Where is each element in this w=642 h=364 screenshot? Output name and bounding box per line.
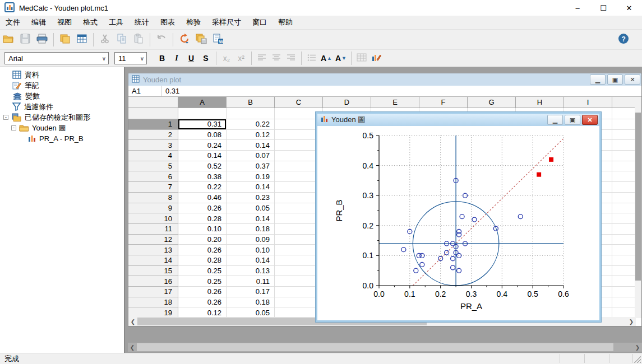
data-cell[interactable]: 0.11 bbox=[227, 276, 275, 287]
font-increase-button[interactable]: A▲ bbox=[319, 51, 334, 66]
superscript-button[interactable]: x² bbox=[234, 51, 248, 66]
empty-cell[interactable] bbox=[612, 287, 636, 297]
data-cell[interactable]: 0.26 bbox=[178, 203, 227, 214]
variable-name-cell[interactable] bbox=[227, 108, 275, 119]
open-button[interactable] bbox=[0, 32, 17, 48]
help-button[interactable]: ? bbox=[615, 31, 632, 47]
cut-button[interactable] bbox=[96, 32, 113, 48]
mdi-hscrollbar[interactable]: ❮ ❯ bbox=[128, 343, 642, 352]
save-formats-button[interactable] bbox=[193, 32, 210, 48]
data-cell[interactable]: 0.19 bbox=[227, 171, 275, 182]
empty-cell[interactable] bbox=[612, 224, 636, 235]
menu-item[interactable]: 编辑 bbox=[26, 16, 52, 29]
close-button[interactable]: ✕ bbox=[616, 0, 642, 16]
maximize-button[interactable]: ☐ bbox=[590, 0, 616, 16]
data-cell[interactable]: 0.14 bbox=[227, 255, 275, 266]
mdi-hscroll-thumb[interactable] bbox=[137, 343, 613, 351]
data-cell[interactable]: 0.14 bbox=[178, 151, 227, 161]
column-header[interactable]: B bbox=[227, 97, 275, 108]
row-header[interactable]: 14 bbox=[128, 255, 178, 266]
empty-cell[interactable] bbox=[612, 276, 636, 287]
data-cell[interactable]: 0.26 bbox=[178, 245, 227, 255]
data-cell[interactable]: 0.23 bbox=[227, 193, 275, 203]
font-size-select[interactable]: 11 ∨ bbox=[114, 52, 147, 64]
scroll-left-icon[interactable]: ❮ bbox=[128, 343, 137, 352]
data-cell[interactable]: 0.09 bbox=[227, 235, 275, 245]
paste-button[interactable] bbox=[130, 32, 147, 48]
select-all-corner[interactable] bbox=[128, 97, 178, 108]
scroll-right-icon[interactable]: ❯ bbox=[633, 343, 642, 352]
row-header[interactable]: 6 bbox=[128, 171, 178, 182]
row-header[interactable]: 13 bbox=[128, 245, 178, 255]
align-left-button[interactable] bbox=[255, 51, 269, 66]
sidebar-item[interactable]: 資料 bbox=[3, 69, 39, 80]
sidebar-item[interactable]: 筆記 bbox=[3, 80, 39, 91]
menu-item[interactable]: 视图 bbox=[52, 16, 77, 29]
sidebar-item[interactable]: 過濾條件 bbox=[3, 101, 53, 112]
update-button[interactable] bbox=[176, 32, 193, 48]
sheet-vscroll-thumb[interactable] bbox=[635, 113, 641, 281]
data-grid-button[interactable] bbox=[73, 32, 90, 48]
align-right-button[interactable] bbox=[284, 51, 298, 66]
subscript-button[interactable]: x₂ bbox=[219, 51, 234, 66]
column-header[interactable]: F bbox=[419, 97, 468, 108]
empty-cell[interactable] bbox=[612, 161, 636, 172]
sheet-minimize-button[interactable]: ▁ bbox=[590, 74, 606, 85]
variable-name-cell[interactable] bbox=[178, 108, 227, 119]
row-header[interactable] bbox=[128, 108, 178, 119]
menu-item[interactable]: 格式 bbox=[77, 16, 103, 29]
data-cell[interactable]: 0.37 bbox=[227, 161, 275, 172]
strike-button[interactable]: S bbox=[198, 51, 213, 66]
empty-cell[interactable] bbox=[612, 140, 636, 151]
sidebar-item[interactable]: 變數 bbox=[3, 91, 40, 101]
empty-cell[interactable] bbox=[612, 203, 636, 214]
font-decrease-button[interactable]: A▼ bbox=[334, 51, 348, 66]
empty-cell[interactable] bbox=[612, 235, 636, 245]
data-cell[interactable]: 0.25 bbox=[178, 276, 227, 287]
empty-cell[interactable] bbox=[612, 108, 636, 119]
data-cell[interactable]: 0.26 bbox=[178, 297, 227, 308]
chart-minimize-button[interactable]: ▁ bbox=[547, 115, 563, 125]
data-cell[interactable]: 0.22 bbox=[227, 119, 275, 130]
spreadsheet-titlebar[interactable]: Youden plot ▁ ▣ ✕ bbox=[128, 73, 641, 86]
sheet-close-button[interactable]: ✕ bbox=[625, 74, 640, 85]
menu-item[interactable]: 工具 bbox=[103, 16, 129, 29]
empty-cell[interactable] bbox=[612, 130, 636, 141]
save-button[interactable] bbox=[17, 32, 34, 48]
print-button[interactable] bbox=[34, 32, 50, 48]
menu-item[interactable]: 文件 bbox=[0, 16, 26, 29]
underline-button[interactable]: U bbox=[184, 51, 198, 66]
data-cell[interactable]: 0.10 bbox=[227, 245, 275, 255]
resize-grip[interactable] bbox=[634, 356, 641, 363]
menu-item[interactable]: 窗口 bbox=[247, 16, 272, 29]
tree-expander-icon[interactable]: - bbox=[3, 115, 8, 120]
sheet-maximize-button[interactable]: ▣ bbox=[607, 74, 623, 85]
column-header-partial[interactable] bbox=[612, 97, 636, 108]
undo-button[interactable] bbox=[153, 32, 170, 48]
data-cell[interactable]: 0.24 bbox=[178, 140, 227, 151]
data-cell[interactable]: 0.07 bbox=[227, 151, 275, 161]
row-header[interactable]: 1 bbox=[128, 119, 178, 130]
bold-button[interactable]: B bbox=[155, 51, 169, 66]
export-word-button[interactable]: W bbox=[210, 32, 227, 48]
list-button[interactable] bbox=[304, 51, 319, 66]
data-cell[interactable]: 0.14 bbox=[227, 140, 275, 151]
row-header[interactable]: 18 bbox=[128, 297, 178, 308]
data-cell[interactable]: 0.28 bbox=[178, 255, 227, 266]
column-header[interactable]: I bbox=[564, 97, 612, 108]
row-header[interactable]: 8 bbox=[128, 193, 178, 203]
column-header[interactable]: H bbox=[516, 97, 564, 108]
row-header[interactable]: 5 bbox=[128, 161, 178, 172]
column-header[interactable]: E bbox=[371, 97, 419, 108]
data-cell[interactable]: 0.12 bbox=[227, 130, 275, 141]
data-cell[interactable]: 0.38 bbox=[178, 171, 227, 182]
row-header[interactable]: 9 bbox=[128, 203, 178, 214]
tree-expander-icon[interactable]: - bbox=[11, 125, 16, 130]
column-header[interactable]: A bbox=[178, 97, 227, 108]
data-cell[interactable]: 0.28 bbox=[178, 213, 227, 224]
copy-button[interactable] bbox=[113, 32, 130, 48]
menu-item[interactable]: 统计 bbox=[129, 16, 155, 29]
row-header[interactable]: 10 bbox=[128, 213, 178, 224]
menu-item[interactable]: 帮助 bbox=[272, 16, 298, 29]
menu-item[interactable]: 图表 bbox=[155, 16, 181, 29]
